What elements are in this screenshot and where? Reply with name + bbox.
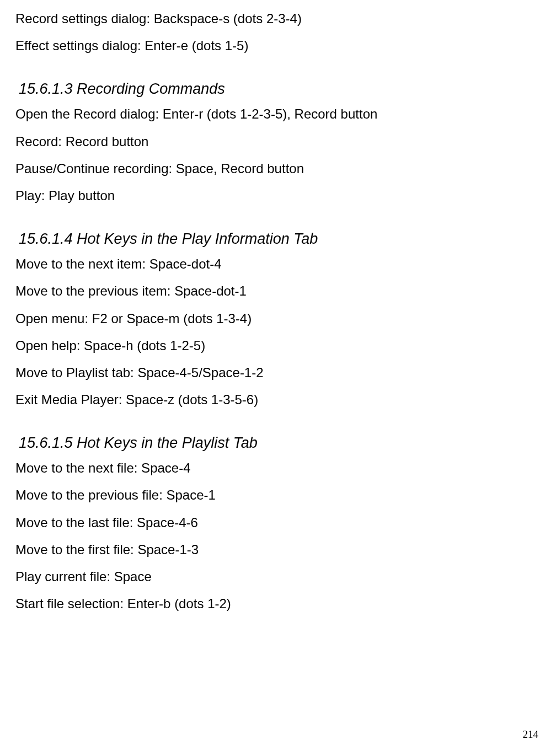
body-line: Open the Record dialog: Enter-r (dots 1-… xyxy=(15,105,541,122)
body-line: Open help: Space-h (dots 1-2-5) xyxy=(15,337,541,354)
body-line: Play current file: Space xyxy=(15,568,541,585)
section-heading: 15.6.1.3 Recording Commands xyxy=(15,81,541,98)
body-line: Effect settings dialog: Enter-e (dots 1-… xyxy=(15,37,541,54)
section-heading: 15.6.1.4 Hot Keys in the Play Informatio… xyxy=(15,230,541,248)
section-heading: 15.6.1.5 Hot Keys in the Playlist Tab xyxy=(15,435,541,452)
body-line: Move to the previous file: Space-1 xyxy=(15,486,541,503)
body-line: Move to the last file: Space-4-6 xyxy=(15,514,541,531)
body-line: Start file selection: Enter-b (dots 1-2) xyxy=(15,595,541,612)
page-number: 214 xyxy=(523,728,539,741)
body-line: Move to the next file: Space-4 xyxy=(15,459,541,476)
body-line: Pause/Continue recording: Space, Record … xyxy=(15,160,541,177)
body-line: Move to the first file: Space-1-3 xyxy=(15,541,541,558)
body-line: Move to the next item: Space-dot-4 xyxy=(15,255,541,272)
body-line: Move to Playlist tab: Space-4-5/Space-1-… xyxy=(15,364,541,381)
body-line: Play: Play button xyxy=(15,187,541,204)
body-line: Record: Record button xyxy=(15,133,541,150)
body-line: Open menu: F2 or Space-m (dots 1-3-4) xyxy=(15,310,541,327)
body-line: Exit Media Player: Space-z (dots 1-3-5-6… xyxy=(15,391,541,408)
body-line: Move to the previous item: Space-dot-1 xyxy=(15,282,541,299)
body-line: Record settings dialog: Backspace-s (dot… xyxy=(15,10,541,27)
